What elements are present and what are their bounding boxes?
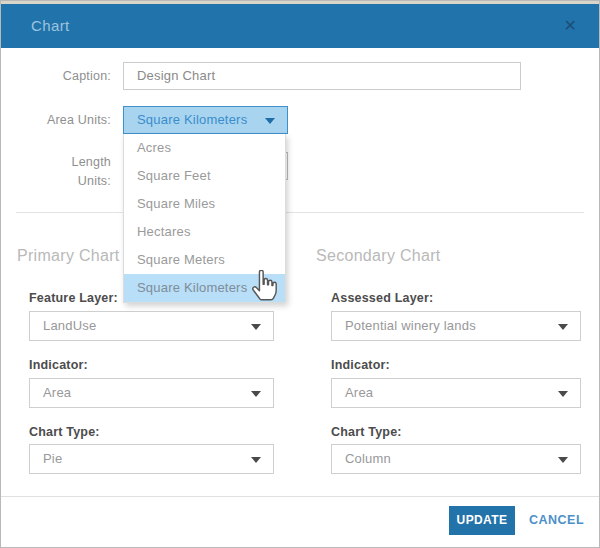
caret-down-icon [558,457,568,463]
primary-indicator-label: Indicator: [29,358,88,372]
assessed-layer-label: Assessed Layer: [331,291,433,305]
secondary-indicator-select[interactable]: Area [331,378,581,408]
units-dropdown-list: Acres Square Feet Square Miles Hectares … [123,134,286,303]
area-units-select[interactable]: Square Kilometers [123,106,288,134]
caret-down-icon [558,324,568,330]
caret-down-icon [251,324,261,330]
area-units-value: Square Kilometers [137,112,247,127]
secondary-chart-type-label: Chart Type: [331,425,402,439]
chart-dialog: Chart ✕ Caption: Design Chart Area Units… [0,0,600,548]
assessed-layer-select[interactable]: Potential winery lands [331,311,581,341]
feature-layer-value: LandUse [43,318,96,333]
primary-indicator-value: Area [43,385,71,400]
dialog-title: Chart [31,4,70,48]
length-units-label-line1: Length [72,155,111,169]
secondary-chart-heading: Secondary Chart [316,247,441,265]
primary-indicator-select[interactable]: Area [29,378,274,408]
caret-down-icon [558,391,568,397]
update-button[interactable]: UPDATE [449,506,515,535]
feature-layer-label: Feature Layer: [29,291,118,305]
dialog-header: Chart ✕ [1,4,599,48]
feature-layer-select[interactable]: LandUse [29,311,274,341]
caret-down-icon [265,118,275,124]
dropdown-option-square-kilometers[interactable]: Square Kilometers [124,274,285,302]
dropdown-option-hectares[interactable]: Hectares [124,218,285,246]
dropdown-option-square-meters[interactable]: Square Meters [124,246,285,274]
dropdown-option-acres[interactable]: Acres [124,134,285,162]
cancel-button[interactable]: CANCEL [529,506,584,535]
caret-down-icon [251,391,261,397]
primary-chart-type-value: Pie [43,451,62,466]
footer-divider [1,496,599,497]
primary-chart-type-label: Chart Type: [29,425,100,439]
secondary-indicator-label: Indicator: [331,358,390,372]
caption-input[interactable]: Design Chart [123,62,521,90]
primary-chart-type-select[interactable]: Pie [29,444,274,474]
assessed-layer-value: Potential winery lands [345,318,476,333]
secondary-chart-type-value: Column [345,451,391,466]
length-units-label: Length Units: [1,153,111,191]
secondary-chart-type-select[interactable]: Column [331,444,581,474]
primary-chart-heading: Primary Chart [17,247,120,265]
dropdown-option-square-feet[interactable]: Square Feet [124,162,285,190]
close-icon[interactable]: ✕ [564,4,577,48]
dropdown-option-square-miles[interactable]: Square Miles [124,190,285,218]
secondary-indicator-value: Area [345,385,373,400]
section-divider [16,212,584,213]
caret-down-icon [251,457,261,463]
area-units-label: Area Units: [1,113,111,127]
caption-label: Caption: [1,69,111,83]
length-units-label-line2: Units: [78,174,111,188]
